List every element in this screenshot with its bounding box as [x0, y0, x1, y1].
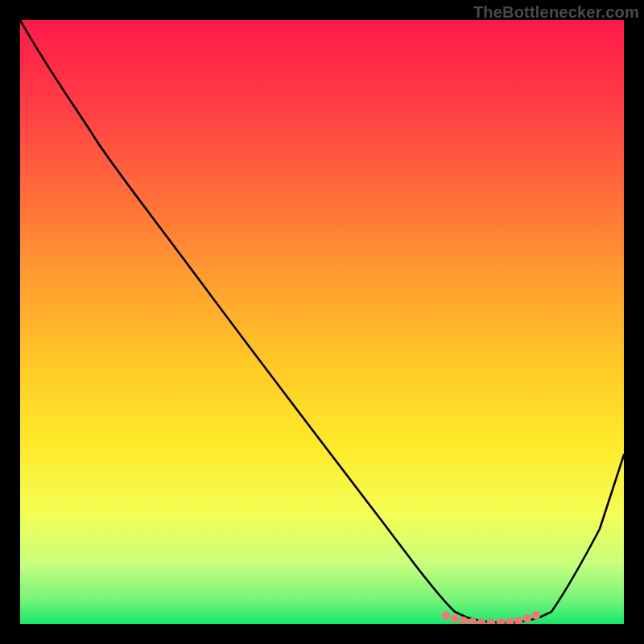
highlight-dot: [442, 611, 450, 619]
highlight-dot: [451, 614, 459, 622]
highlight-dot: [532, 611, 540, 619]
highlight-dot: [523, 614, 531, 622]
plot-area: [20, 20, 624, 624]
chart-container: TheBottlenecker.com: [0, 0, 644, 644]
bottleneck-chart-svg: [20, 20, 624, 624]
watermark-text: TheBottlenecker.com: [473, 3, 639, 22]
gradient-background: [20, 20, 624, 624]
